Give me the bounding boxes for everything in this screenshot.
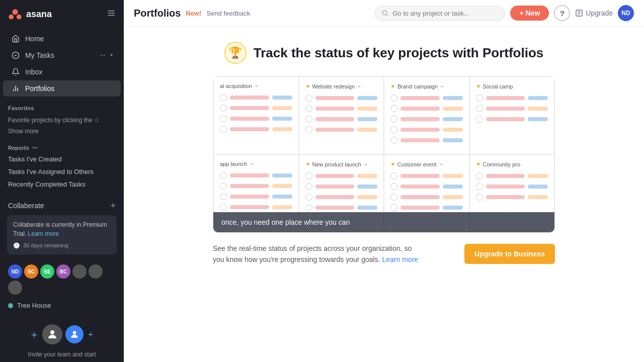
learn-more-link[interactable]: Learn more [382,255,419,263]
report-tasks-created[interactable]: Tasks I've Created [0,153,124,165]
chevron-icon [363,162,368,167]
chevron-icon [357,84,362,89]
upgrade-to-business-button[interactable]: Upgrade to Business [464,244,555,264]
asana-logo[interactable]: asana [8,7,52,21]
preview-row [220,172,292,179]
report-tasks-assigned[interactable]: Tasks I've Assigned to Others [0,165,124,178]
preview-row [390,126,463,133]
avatar-be[interactable]: BE [40,264,54,279]
preview-row [390,95,463,102]
preview-row [305,126,378,133]
top-bar: Portfolios New! Send feedback + New ? [124,0,644,27]
sidebar-item-portfolios[interactable]: Portfolios [3,80,121,97]
search-icon [382,10,388,17]
sidebar-toggle-button[interactable] [107,9,116,20]
preview-row [305,183,378,190]
preview-row [476,105,548,112]
preview-card-header-5: ★ New product launch [305,161,378,167]
preview-row [390,137,463,144]
svg-point-1 [9,15,14,20]
preview-overlay: once, you need one place where you can [213,212,554,232]
preview-card-1: ★ Website redesign [299,76,384,154]
star-icon: ☆ [94,116,100,125]
invite-section: ＋ ＋ Invite your team and start [0,318,124,362]
send-feedback-link[interactable]: Send feedback [206,10,250,17]
preview-card-2: ★ Brand campaign [384,76,469,154]
add-collaberate-button[interactable]: + [110,201,116,211]
chevron-icon [440,84,445,89]
search-input[interactable] [392,10,498,17]
preview-card-header-7: ★ Community pro [476,161,548,167]
report-recently-completed[interactable]: Recently Completed Tasks [0,178,124,191]
bell-icon [11,67,20,76]
preview-card-header-0: al acquisition [220,83,292,89]
sidebar: asana Home [0,0,124,362]
overlay-text: once, you need one place where you can [221,218,350,226]
collaberate-title: Collaberate [8,202,44,210]
sidebar-item-home[interactable]: Home [3,31,121,47]
preview-row [220,105,292,112]
avatar-gray1[interactable] [72,264,87,279]
avatar-nd[interactable]: ND [8,264,22,279]
avatar-gray2[interactable] [89,264,103,279]
sidebar-item-tree-house[interactable]: Tree House [0,299,124,312]
preview-row [476,172,548,179]
new-button[interactable]: + New [510,6,549,21]
preview-row [390,194,463,201]
preview-row [390,105,463,112]
bar-chart-icon [11,84,20,93]
sidebar-item-inbox[interactable]: Inbox [3,64,121,80]
top-bar-right: + New ? Upgrade ND [374,5,634,21]
sidebar-nav: Home My Tasks ⋯ • Inbox [0,28,124,99]
svg-point-0 [12,9,18,15]
help-button[interactable]: ? [554,5,570,21]
reports-title: Reports ━━ [0,143,124,153]
preview-row [305,116,378,123]
collaberate-learn-more[interactable]: Learn more [28,230,59,237]
preview-card-header-4: app launch [220,161,292,167]
svg-line-13 [386,14,387,15]
preview-row [476,95,548,102]
preview-row [305,172,378,179]
check-circle-icon [11,51,20,60]
chevron-icon [249,161,254,166]
preview-row [476,183,548,190]
add-person-icon[interactable]: ＋ [87,329,95,340]
svg-point-10 [50,330,54,334]
preview-row [220,204,292,211]
preview-card-header-1: ★ Website redesign [305,83,378,89]
clock-icon: 🕐 [13,241,20,250]
svg-point-2 [17,15,22,20]
preview-row [390,116,463,123]
collaberate-banner: Collaberate is currently in Premium Tria… [7,215,117,255]
add-invite-icon[interactable]: ＋ [29,328,39,341]
invite-avatar-alt [65,325,84,343]
preview-grid: al acquisition ★ Website redesign [213,76,554,232]
tree-house-label: Tree House [17,302,51,309]
trial-remaining: 🕐 30 days remaining [13,241,111,250]
preview-row [220,94,292,101]
team-avatars-row: ND BC BE BC [0,260,124,299]
preview-row [220,193,292,200]
sidebar-item-my-tasks[interactable]: My Tasks ⋯ • [3,47,121,63]
portfolio-hero: 🏆 Track the status of key projects with … [224,42,543,64]
show-more-button[interactable]: Show more [0,127,124,139]
avatar-gray3[interactable] [8,281,22,295]
preview-row [390,204,463,211]
preview-row [220,126,292,133]
avatar-bc1[interactable]: BC [24,264,38,279]
upgrade-button[interactable]: Upgrade [575,9,613,17]
invite-avatar-main [42,324,62,344]
asana-logo-icon [8,7,22,21]
preview-row [390,183,463,190]
sidebar-item-portfolios-label: Portfolios [25,84,54,93]
user-avatar[interactable]: ND [618,5,634,21]
portfolio-preview: al acquisition ★ Website redesign [213,76,555,233]
collaberate-header[interactable]: Collaberate + [3,199,121,213]
preview-row [220,115,292,122]
search-bar[interactable] [374,6,505,21]
avatar-bc2[interactable]: BC [56,264,70,279]
sidebar-item-home-label: Home [25,35,44,43]
collaberate-banner-text: Collaberate is currently in Premium Tria… [13,221,107,237]
preview-row [305,194,378,201]
